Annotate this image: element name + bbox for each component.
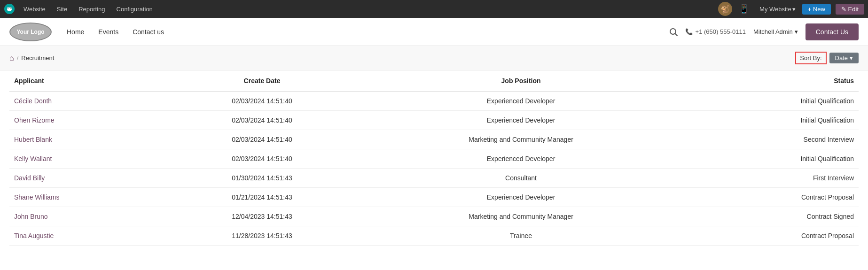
cell-status: Second Interview bbox=[681, 130, 859, 149]
menu-contact-us[interactable]: Contact us bbox=[127, 25, 170, 39]
sort-area: Sort By: Date ▾ bbox=[795, 52, 859, 64]
cell-applicant[interactable]: David Billy bbox=[9, 169, 164, 188]
site-menu: Home Events Contact us bbox=[61, 25, 660, 39]
user-dropdown[interactable]: Mitchell Admin ▾ bbox=[753, 28, 798, 35]
chevron-down-icon: ▾ bbox=[792, 6, 796, 13]
table-row[interactable]: John Bruno12/04/2023 14:51:43Marketing a… bbox=[9, 207, 859, 226]
cell-create-date: 02/03/2024 14:51:40 bbox=[164, 111, 360, 130]
admin-bar: Website Site Reporting Configuration 🐒 📱… bbox=[0, 0, 868, 18]
user-chevron-icon: ▾ bbox=[795, 28, 798, 35]
cell-job-position: Experienced Developer bbox=[360, 188, 682, 207]
svg-point-4 bbox=[8, 8, 9, 8]
phone-number: +1 (650) 555-0111 bbox=[696, 28, 746, 35]
table-row[interactable]: Kelly Wallant02/03/2024 14:51:40Experien… bbox=[9, 149, 859, 169]
sort-by-label: Sort By: bbox=[795, 52, 826, 64]
cell-status: First Interview bbox=[681, 169, 859, 188]
table-row[interactable]: David Billy01/30/2024 14:51:43Consultant… bbox=[9, 169, 859, 188]
cell-create-date: 11/28/2023 14:51:43 bbox=[164, 226, 360, 246]
cell-applicant[interactable]: Shane Williams bbox=[9, 188, 164, 207]
col-status: Status bbox=[681, 70, 859, 92]
site-nav-right: 📞 +1 (650) 555-0111 Mitchell Admin ▾ Con… bbox=[669, 23, 859, 40]
breadcrumb: ⌂ / Recruitment bbox=[9, 54, 54, 62]
cell-applicant[interactable]: Hubert Blank bbox=[9, 130, 164, 149]
cell-status: Contract Proposal bbox=[681, 226, 859, 246]
cell-create-date: 02/03/2024 14:51:40 bbox=[164, 149, 360, 169]
svg-point-6 bbox=[670, 29, 676, 34]
phone-icon: 📞 bbox=[685, 28, 693, 35]
cell-create-date: 01/30/2024 14:51:43 bbox=[164, 169, 360, 188]
cell-job-position: Marketing and Community Manager bbox=[360, 130, 682, 149]
user-name: Mitchell Admin bbox=[753, 28, 793, 35]
cell-applicant[interactable]: John Bruno bbox=[9, 207, 164, 226]
cell-status: Contract Signed bbox=[681, 207, 859, 226]
recruitment-table-container: Applicant Create Date Job Position Statu… bbox=[0, 70, 868, 246]
cell-job-position: Experienced Developer bbox=[360, 92, 682, 111]
admin-nav-configuration[interactable]: Configuration bbox=[112, 0, 157, 18]
cell-applicant[interactable]: Cécile Donth bbox=[9, 92, 164, 111]
table-body: Cécile Donth02/03/2024 14:51:40Experienc… bbox=[9, 92, 859, 246]
breadcrumb-bar: ⌂ / Recruitment Sort By: Date ▾ bbox=[0, 46, 868, 70]
cell-job-position: Experienced Developer bbox=[360, 149, 682, 169]
cell-status: Initial Qualification bbox=[681, 92, 859, 111]
new-button[interactable]: + New bbox=[802, 4, 831, 15]
col-applicant: Applicant bbox=[9, 70, 164, 92]
sort-chevron-icon: ▾ bbox=[850, 54, 853, 62]
breadcrumb-current: Recruitment bbox=[21, 54, 54, 62]
admin-nav-website[interactable]: Website bbox=[19, 0, 50, 18]
breadcrumb-separator: / bbox=[17, 54, 19, 62]
table-row[interactable]: Hubert Blank02/03/2024 14:51:40Marketing… bbox=[9, 130, 859, 149]
table-row[interactable]: Shane Williams01/21/2024 14:51:43Experie… bbox=[9, 188, 859, 207]
cell-applicant[interactable]: Kelly Wallant bbox=[9, 149, 164, 169]
admin-nav-reporting[interactable]: Reporting bbox=[74, 0, 109, 18]
cell-status: Contract Proposal bbox=[681, 188, 859, 207]
search-button[interactable] bbox=[669, 28, 678, 36]
cell-job-position: Trainee bbox=[360, 226, 682, 246]
col-create-date: Create Date bbox=[164, 70, 360, 92]
phone-info: 📞 +1 (650) 555-0111 bbox=[685, 28, 746, 35]
table-row[interactable]: Ohen Rizome02/03/2024 14:51:40Experience… bbox=[9, 111, 859, 130]
cell-create-date: 02/03/2024 14:51:40 bbox=[164, 130, 360, 149]
recruitment-table: Applicant Create Date Job Position Statu… bbox=[9, 70, 859, 246]
cell-status: Initial Qualification bbox=[681, 149, 859, 169]
mobile-icon[interactable]: 📱 bbox=[735, 2, 753, 16]
menu-home[interactable]: Home bbox=[61, 25, 90, 39]
cell-job-position: Marketing and Community Manager bbox=[360, 207, 682, 226]
my-website-btn[interactable]: My Website ▾ bbox=[756, 4, 799, 15]
site-logo: Your Logo bbox=[9, 23, 52, 41]
cell-job-position: Consultant bbox=[360, 169, 682, 188]
cell-applicant[interactable]: Tina Augustie bbox=[9, 226, 164, 246]
logo-oval: Your Logo bbox=[9, 23, 52, 41]
sort-date-button[interactable]: Date ▾ bbox=[829, 53, 859, 63]
menu-events[interactable]: Events bbox=[93, 25, 124, 39]
site-navbar: Your Logo Home Events Contact us 📞 +1 (6… bbox=[0, 18, 868, 46]
svg-point-5 bbox=[10, 8, 11, 8]
admin-nav-site[interactable]: Site bbox=[52, 0, 72, 18]
svg-line-7 bbox=[675, 34, 677, 36]
cell-create-date: 02/03/2024 14:51:40 bbox=[164, 92, 360, 111]
table-row[interactable]: Tina Augustie11/28/2023 14:51:43TraineeC… bbox=[9, 226, 859, 246]
breadcrumb-home-icon[interactable]: ⌂ bbox=[9, 54, 14, 62]
cell-status: Initial Qualification bbox=[681, 111, 859, 130]
cell-create-date: 12/04/2023 14:51:43 bbox=[164, 207, 360, 226]
cell-job-position: Experienced Developer bbox=[360, 111, 682, 130]
col-job-position: Job Position bbox=[360, 70, 682, 92]
cell-applicant[interactable]: Ohen Rizome bbox=[9, 111, 164, 130]
admin-bar-right: 🐒 📱 My Website ▾ + New ✎ Edit bbox=[718, 2, 864, 16]
cell-create-date: 01/21/2024 14:51:43 bbox=[164, 188, 360, 207]
table-row[interactable]: Cécile Donth02/03/2024 14:51:40Experienc… bbox=[9, 92, 859, 111]
contact-us-button[interactable]: Contact Us bbox=[805, 23, 859, 40]
admin-avatar[interactable]: 🐒 bbox=[718, 2, 732, 16]
edit-button[interactable]: ✎ Edit bbox=[836, 4, 864, 15]
table-header: Applicant Create Date Job Position Statu… bbox=[9, 70, 859, 92]
admin-logo bbox=[4, 3, 15, 15]
